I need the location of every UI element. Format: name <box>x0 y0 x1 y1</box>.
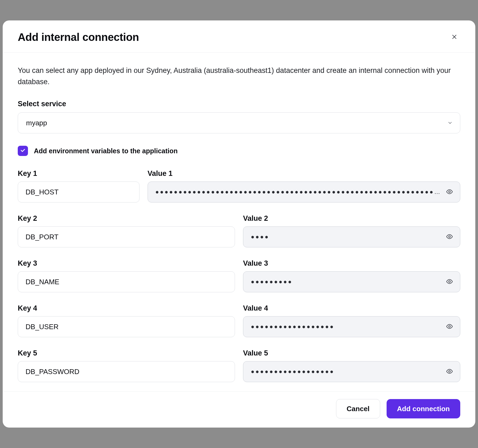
reveal-value-button[interactable] <box>445 187 454 197</box>
modal-footer: Cancel Add connection <box>3 391 475 428</box>
value-column: Value 2 ●●●● <box>243 214 460 247</box>
reveal-value-button[interactable] <box>445 232 454 241</box>
close-icon <box>451 34 457 41</box>
eye-icon <box>446 278 453 286</box>
close-button[interactable] <box>448 31 460 43</box>
env-var-row: Key 5 Value 5 ●●●●●●●●●●●●●●●●●● <box>18 349 460 382</box>
key-label: Key 4 <box>18 304 235 312</box>
check-icon <box>20 147 26 154</box>
modal-header: Add internal connection <box>3 20 475 53</box>
key-column: Key 4 <box>18 304 235 337</box>
env-var-row: Key 4 Value 4 ●●●●●●●●●●●●●●●●●● <box>18 304 460 337</box>
value-column: Value 3 ●●●●●●●●● <box>243 259 460 292</box>
env-vars-checkbox-row: Add environment variables to the applica… <box>18 146 460 156</box>
svg-point-4 <box>449 281 451 283</box>
value-input[interactable]: ●●●●●●●●● <box>243 271 460 292</box>
modal-title: Add internal connection <box>18 31 139 43</box>
env-var-row: Key 2 Value 2 ●●●● <box>18 214 460 247</box>
key-label: Key 1 <box>18 169 140 178</box>
select-service-wrap <box>18 112 460 133</box>
value-label: Value 3 <box>243 259 460 268</box>
value-label: Value 4 <box>243 304 460 312</box>
svg-point-6 <box>449 371 451 372</box>
env-var-row: Key 1 Value 1 ●●●●●●●●●●●●●●●●●●●●●●●●●●… <box>18 169 460 202</box>
value-column: Value 5 ●●●●●●●●●●●●●●●●●● <box>243 349 460 382</box>
reveal-value-button[interactable] <box>445 322 454 331</box>
key-label: Key 5 <box>18 349 235 357</box>
value-input[interactable]: ●●●●●●●●●●●●●●●●●● <box>243 316 460 337</box>
masked-value: ●●●●●●●●●●●●●●●●●● <box>251 368 334 375</box>
select-service-label: Select service <box>18 100 460 108</box>
add-connection-button[interactable]: Add connection <box>387 399 460 418</box>
svg-point-5 <box>449 326 451 328</box>
add-internal-connection-modal: Add internal connection You can select a… <box>3 20 475 428</box>
masked-value: ●●●●●●●●● <box>251 278 293 285</box>
eye-icon <box>446 188 453 196</box>
select-service-dropdown[interactable] <box>18 112 460 133</box>
key-label: Key 2 <box>18 214 235 223</box>
key-column: Key 5 <box>18 349 235 382</box>
cancel-button[interactable]: Cancel <box>336 399 380 418</box>
key-column: Key 1 <box>18 169 140 202</box>
value-label: Value 2 <box>243 214 460 223</box>
key-input[interactable] <box>18 361 235 382</box>
env-var-row: Key 3 Value 3 ●●●●●●●●● <box>18 259 460 292</box>
value-input[interactable]: ●●●● <box>243 226 460 247</box>
env-vars-checkbox[interactable] <box>18 146 28 156</box>
key-input[interactable] <box>18 182 140 202</box>
eye-icon <box>446 323 453 331</box>
key-column: Key 2 <box>18 214 235 247</box>
modal-description: You can select any app deployed in our S… <box>18 65 460 88</box>
value-input[interactable]: ●●●●●●●●●●●●●●●●●● <box>243 361 460 382</box>
reveal-value-button[interactable] <box>445 367 454 376</box>
key-input[interactable] <box>18 271 235 292</box>
value-label: Value 5 <box>243 349 460 357</box>
key-input[interactable] <box>18 316 235 337</box>
masked-value: ●●●●●●●●●●●●●●●●●●●●●●●●●●●●●●●●●●●●●●●●… <box>155 189 441 195</box>
value-column: Value 4 ●●●●●●●●●●●●●●●●●● <box>243 304 460 337</box>
key-input[interactable] <box>18 226 235 247</box>
value-label: Value 1 <box>148 169 460 178</box>
svg-point-2 <box>449 191 451 193</box>
key-column: Key 3 <box>18 259 235 292</box>
value-column: Value 1 ●●●●●●●●●●●●●●●●●●●●●●●●●●●●●●●●… <box>148 169 460 202</box>
modal-body: You can select any app deployed in our S… <box>3 53 475 392</box>
value-input[interactable]: ●●●●●●●●●●●●●●●●●●●●●●●●●●●●●●●●●●●●●●●●… <box>148 182 460 202</box>
svg-point-3 <box>449 236 451 238</box>
env-vars-checkbox-label: Add environment variables to the applica… <box>34 147 178 155</box>
masked-value: ●●●● <box>251 233 269 240</box>
env-var-pairs: Key 1 Value 1 ●●●●●●●●●●●●●●●●●●●●●●●●●●… <box>18 169 460 382</box>
eye-icon <box>446 233 453 241</box>
eye-icon <box>446 368 453 376</box>
masked-value: ●●●●●●●●●●●●●●●●●● <box>251 323 334 330</box>
key-label: Key 3 <box>18 259 235 268</box>
reveal-value-button[interactable] <box>445 277 454 286</box>
